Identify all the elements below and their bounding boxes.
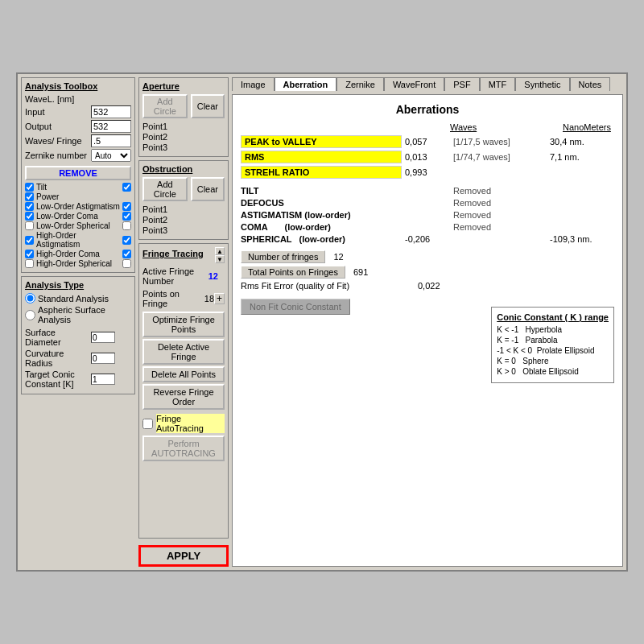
obstruction-point3: Point3 [142, 225, 225, 235]
conic-prolate: -1 < K < 0 Prolate Ellipsoid [497, 346, 609, 355]
obstruction-clear-button[interactable]: Clear [191, 177, 225, 201]
input-label: Input [25, 107, 89, 117]
curvature-radius-field[interactable] [91, 353, 115, 364]
high-spherical-right-checkbox[interactable] [122, 259, 131, 268]
low-astig-checkbox[interactable] [25, 202, 34, 211]
high-spherical-label: High-Order Spherical [36, 259, 112, 268]
standard-analysis-radio[interactable] [25, 293, 35, 303]
tab-mtf[interactable]: MTF [480, 77, 516, 91]
aspheric-analysis-label: Aspheric Surface Analysis [38, 305, 131, 324]
autotracing-checkbox[interactable] [142, 419, 153, 429]
rms-value: 0,013 [405, 152, 453, 162]
conic-sphere: K = 0 Sphere [497, 357, 609, 365]
ptv-waves: [1/17,5 waves] [453, 137, 550, 147]
conic-constant-box: Conic Constant ( K ) range K < -1 Hyperb… [491, 307, 614, 383]
standard-analysis-label: Standard Analysis [38, 294, 109, 303]
zernike-select[interactable]: Auto [91, 149, 131, 162]
astig-waves: Removed [453, 210, 550, 220]
total-points-button[interactable]: Total Points on Fringes [241, 266, 345, 279]
fringe-tracing-title: Fringe Tracing [142, 249, 204, 258]
row-tilt: TILT Removed [241, 186, 614, 196]
low-spherical-right-checkbox[interactable] [122, 221, 131, 230]
tilt-checkbox[interactable] [25, 183, 34, 192]
fit-conic-button[interactable]: Non Fit Conic Constant [241, 299, 350, 315]
aperture-title: Aperture [142, 81, 225, 91]
zernike-label: Zernike number [25, 151, 89, 160]
points-on-fringe-value: 18 [204, 294, 214, 303]
spherical-value: -0,206 [405, 234, 453, 244]
obstruction-add-circle-button[interactable]: Add Circle [142, 177, 188, 201]
surface-diameter-field[interactable] [91, 332, 115, 343]
astig-label: ASTIGMATISM (low-order) [241, 210, 402, 220]
output-field[interactable] [91, 120, 131, 133]
remove-button[interactable]: REMOVE [25, 166, 131, 180]
high-astig-right-checkbox[interactable] [122, 236, 131, 245]
main-window: Analysis Toolbox WaveL. [nm] Input Outpu… [16, 72, 628, 572]
tab-image[interactable]: Image [232, 77, 275, 91]
delete-active-fringe-button[interactable]: Delete Active Fringe [142, 339, 225, 365]
tab-notes[interactable]: Notes [570, 77, 611, 91]
spherical-label: SPHERICAL (low-order) [241, 234, 402, 244]
aspheric-analysis-radio[interactable] [25, 310, 35, 320]
autotracing-label: Fringe AutoTracing [156, 414, 225, 433]
coma-waves: Removed [453, 222, 550, 232]
strehl-value: 0,993 [405, 167, 453, 177]
tab-psf[interactable]: PSF [444, 77, 479, 91]
low-coma-right-checkbox[interactable] [122, 212, 131, 221]
tilt-aber-waves: Removed [453, 186, 550, 196]
rms-label: RMS [241, 151, 402, 163]
output-label: Output [25, 122, 89, 131]
apply-button[interactable]: APPLY [138, 545, 229, 567]
fringe-down-button[interactable]: ▼ [215, 255, 225, 263]
plus-button[interactable]: + [214, 293, 225, 304]
perform-autotracing-button[interactable]: Perform AUTOTRACING [142, 436, 225, 461]
low-coma-checkbox[interactable] [25, 212, 34, 221]
active-fringe-label: Active Fringe Number [142, 266, 205, 286]
power-right-checkbox[interactable] [122, 183, 131, 192]
low-astig-right-checkbox[interactable] [122, 202, 131, 211]
tabs-row: Image Aberration Zernike WaveFront PSF M… [232, 77, 623, 91]
high-coma-right-checkbox[interactable] [122, 250, 131, 258]
waves-fringe-field[interactable] [91, 134, 131, 147]
obstruction-point2: Point2 [142, 215, 225, 225]
power-label: Power [36, 192, 59, 201]
active-fringe-value: 12 [208, 271, 218, 281]
low-astig-label: Low-Order Astigmatism [36, 202, 120, 211]
ptv-nm: 30,4 nm. [550, 137, 614, 147]
col-nanometers-header: NanoMeters [563, 122, 611, 132]
input-field[interactable] [91, 105, 131, 118]
target-conic-field[interactable] [91, 374, 115, 385]
high-spherical-checkbox[interactable] [25, 259, 34, 268]
power-checkbox[interactable] [25, 192, 34, 201]
col-waves-header: Waves [450, 122, 563, 132]
rms-fit-label: Rms Fit Error (quality of Fit) [241, 281, 418, 291]
fringe-up-button[interactable]: ▲ [215, 247, 225, 255]
points-on-fringe-label: Points on Fringe [142, 289, 201, 308]
tab-wavefront[interactable]: WaveFront [384, 77, 444, 91]
number-of-fringes-button[interactable]: Number of fringes [241, 250, 325, 263]
low-spherical-checkbox[interactable] [25, 221, 34, 230]
high-coma-checkbox[interactable] [25, 250, 34, 258]
delete-all-points-button[interactable]: Delete All Points [142, 366, 225, 382]
optimize-fringe-points-button[interactable]: Optimize Fringe Points [142, 312, 225, 337]
curvature-radius-label: Curvature Radius [25, 349, 89, 368]
high-astig-checkbox[interactable] [25, 236, 34, 245]
analysis-type-title: Analysis Type [25, 280, 131, 290]
tab-zernike[interactable]: Zernike [336, 77, 384, 91]
toolbox-title: Analysis Toolbox [25, 81, 131, 91]
aperture-clear-button[interactable]: Clear [191, 94, 225, 118]
number-of-fringes-value: 12 [333, 252, 343, 262]
row-spherical: SPHERICAL (low-order) -0,206 -109,3 nm. [241, 234, 614, 244]
obstruction-point1: Point1 [142, 204, 225, 214]
aperture-point2: Point2 [142, 132, 225, 142]
aperture-add-circle-button[interactable]: Add Circle [142, 94, 188, 118]
fringes-section: Number of fringes 12 Total Points on Fri… [241, 250, 614, 291]
row-astig: ASTIGMATISM (low-order) Removed [241, 210, 614, 220]
tab-aberration[interactable]: Aberration [275, 77, 337, 91]
waves-fringe-label: Waves/ Fringe [25, 136, 89, 146]
tab-synthetic[interactable]: Synthetic [515, 77, 569, 91]
reverse-fringe-order-button[interactable]: Reverse Fringe Order [142, 384, 225, 410]
high-astig-label: High-Order Astigmatism [36, 231, 120, 249]
row-ptv: PEAK to VALLEY 0,057 [1/17,5 waves] 30,4… [241, 135, 614, 148]
row-defocus: DEFOCUS Removed [241, 198, 614, 208]
